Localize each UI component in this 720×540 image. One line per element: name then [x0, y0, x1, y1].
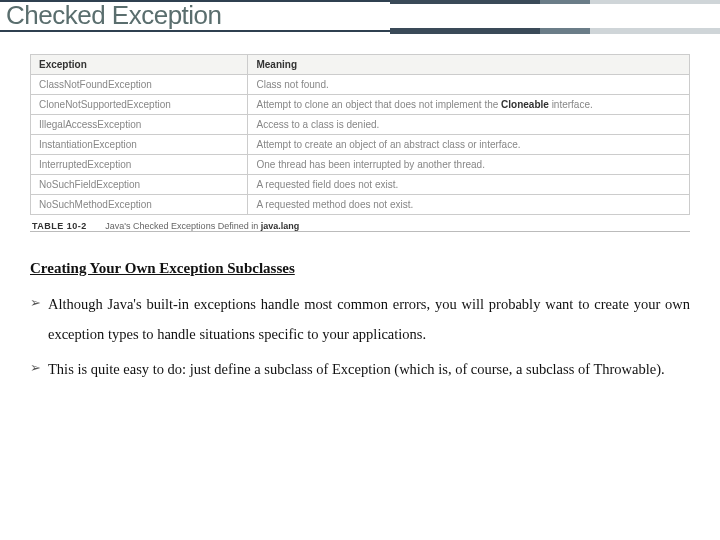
caption-package: java.lang: [261, 221, 300, 231]
exception-table: Exception Meaning ClassNotFoundException…: [30, 54, 690, 215]
table-row: ClassNotFoundExceptionClass not found.: [31, 75, 690, 95]
table-row: CloneNotSupportedExceptionAttempt to clo…: [31, 95, 690, 115]
exception-meaning: Attempt to clone an object that does not…: [248, 95, 690, 115]
bullet-text: This is quite easy to do: just define a …: [48, 354, 690, 384]
exception-name: NoSuchFieldException: [31, 175, 248, 195]
table-row: NoSuchFieldExceptionA requested field do…: [31, 175, 690, 195]
exception-meaning: A requested field does not exist.: [248, 175, 690, 195]
caption-label: TABLE 10-2: [32, 221, 87, 231]
exception-name: ClassNotFoundException: [31, 75, 248, 95]
table-row: NoSuchMethodExceptionA requested method …: [31, 195, 690, 215]
table-row: IllegalAccessExceptionAccess to a class …: [31, 115, 690, 135]
caption-text: Java's Checked Exceptions Defined in: [105, 221, 260, 231]
title-decoration-top: [390, 0, 720, 4]
table-header-row: Exception Meaning: [31, 55, 690, 75]
exception-meaning: A requested method does not exist.: [248, 195, 690, 215]
title-bar: Checked Exception: [0, 0, 720, 32]
exception-name: NoSuchMethodException: [31, 195, 248, 215]
bullet-text: Although Java's built-in exceptions hand…: [48, 289, 690, 350]
bullet-arrow-icon: ➢: [30, 354, 48, 383]
bullet-item: ➢This is quite easy to do: just define a…: [30, 354, 690, 384]
exception-name: InterruptedException: [31, 155, 248, 175]
table-caption: TABLE 10-2 Java's Checked Exceptions Def…: [30, 215, 690, 232]
bullet-arrow-icon: ➢: [30, 289, 48, 318]
exception-meaning: Class not found.: [248, 75, 690, 95]
exception-meaning: Attempt to create an object of an abstra…: [248, 135, 690, 155]
exception-name: CloneNotSupportedException: [31, 95, 248, 115]
exception-name: IllegalAccessException: [31, 115, 248, 135]
exception-meaning: One thread has been interrupted by anoth…: [248, 155, 690, 175]
bullet-item: ➢Although Java's built-in exceptions han…: [30, 289, 690, 350]
exception-meaning: Access to a class is denied.: [248, 115, 690, 135]
table-row: InstantiationExceptionAttempt to create …: [31, 135, 690, 155]
content-area: Exception Meaning ClassNotFoundException…: [0, 32, 720, 384]
exception-name: InstantiationException: [31, 135, 248, 155]
table-row: InterruptedExceptionOne thread has been …: [31, 155, 690, 175]
table-header-exception: Exception: [31, 55, 248, 75]
title-decoration-bottom: [390, 28, 720, 34]
table-header-meaning: Meaning: [248, 55, 690, 75]
section-heading: Creating Your Own Exception Subclasses: [30, 260, 690, 277]
